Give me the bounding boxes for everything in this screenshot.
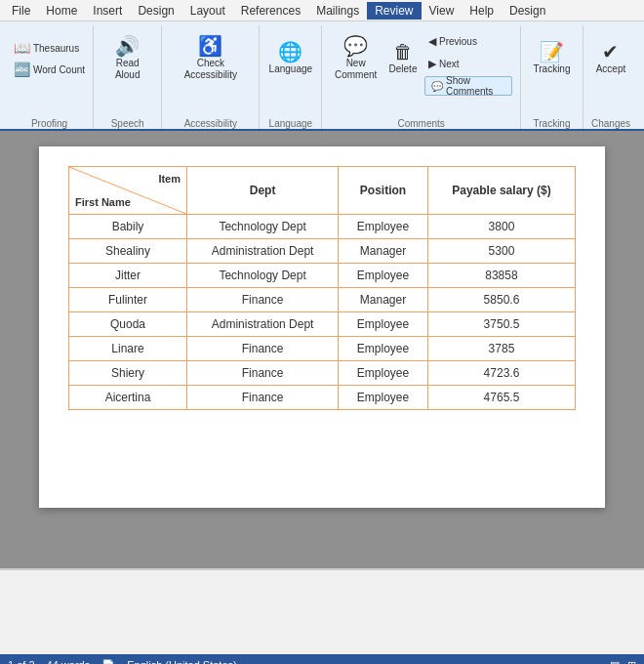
cell-name: Jitter [69,264,187,288]
table-row: ShieryFinanceEmployee4723.6 [69,361,576,386]
cell-dept: Finance [187,337,339,361]
menu-layout[interactable]: Layout [182,2,233,20]
page-indicator: 1 of 2 [8,659,35,664]
second-pane [0,568,644,654]
table-row: BabilyTechnology DeptEmployee3800 [69,215,576,239]
menu-mailings[interactable]: Mailings [308,2,367,20]
menu-home[interactable]: Home [38,2,85,20]
table-row: JitterTechnology DeptEmployee83858 [69,264,576,288]
tracking-icon: 📝 [540,42,564,62]
accessibility-group: ♿ Check Accessibility Accessibility [162,25,260,129]
cell-position: Employee [339,215,428,239]
tracking-label: Tracking [529,116,575,129]
changes-group-content: ✔ Accept [592,27,630,116]
data-table: Item First Name Dept Position Payable sa… [68,166,576,410]
menu-design2[interactable]: Design [502,2,553,20]
thesaurus-button[interactable]: 📖 Thesaurus [10,38,89,58]
previous-icon: ◀ [428,35,436,48]
cell-salary: 4765.5 [427,386,575,410]
menu-design[interactable]: Design [130,2,181,20]
cell-salary: 5300 [427,239,575,264]
changes-group: ✔ Accept Changes [584,25,638,129]
table-row: QuodaAdministration DeptEmployee3750.5 [69,312,576,337]
view-icon[interactable]: ⊞ [627,659,636,665]
header-dept: Dept [187,167,339,215]
accept-button[interactable]: ✔ Accept [592,27,630,90]
menu-bar: File Home Insert Design Layout Reference… [0,0,644,21]
cell-dept: Administration Dept [187,312,339,337]
new-comment-button[interactable]: 💬 New Comment [330,27,382,90]
cell-dept: Finance [187,386,339,410]
cell-name: Aicertina [69,386,187,410]
language-group-content: 🌐 Language [265,27,317,116]
table-row: LinareFinanceEmployee3785 [69,337,576,361]
speech-group-content: 🔊 Read Aloud [101,27,153,116]
word-count-icon: 🔤 [14,62,30,77]
menu-references[interactable]: References [233,2,308,20]
language-group: 🌐 Language Language [260,25,322,129]
next-icon: ▶ [428,58,436,70]
cell-dept: Finance [187,288,339,312]
proofing-group: 📖 Thesaurus 🔤 Word Count Proofing [6,25,94,129]
cell-dept: Finance [187,361,339,386]
language-status: English (United States) [127,659,237,664]
tracking-group-content: 📝 Tracking [530,27,575,116]
check-accessibility-button[interactable]: ♿ Check Accessibility [170,27,251,90]
cell-position: Employee [339,361,428,386]
delete-comment-button[interactable]: 🗑 Delete [385,27,421,90]
cell-salary: 83858 [427,264,575,288]
cell-salary: 3800 [427,215,575,239]
cell-position: Employee [339,337,428,361]
menu-file[interactable]: File [4,2,38,20]
layout-icon[interactable]: ▤ [610,659,620,665]
accept-icon: ✔ [602,42,619,62]
document-page[interactable]: Item First Name Dept Position Payable sa… [39,146,605,508]
cell-position: Employee [339,386,428,410]
read-aloud-icon: 🔊 [115,36,140,56]
menu-review[interactable]: Review [367,2,421,20]
language-button[interactable]: 🌐 Language [265,27,317,90]
cell-salary: 3785 [427,337,575,361]
accessibility-icon: ♿ [198,36,222,56]
word-count-button[interactable]: 🔤 Word Count [10,60,89,79]
status-bar: 1 of 2 44 words 📄 English (United States… [0,654,644,664]
menu-view[interactable]: View [422,2,463,20]
read-aloud-button[interactable]: 🔊 Read Aloud [101,27,153,90]
document-area: Item First Name Dept Position Payable sa… [0,131,644,568]
ribbon-content: 📖 Thesaurus 🔤 Word Count Proofing 🔊 Read… [0,21,644,129]
menu-insert[interactable]: Insert [85,2,130,20]
cell-position: Manager [339,239,428,264]
table-row: AicertinaFinanceEmployee4765.5 [69,386,576,410]
cell-name: Quoda [69,312,187,337]
cell-name: Linare [69,337,187,361]
status-bar-right: ▤ ⊞ [610,659,636,665]
next-button[interactable]: ▶ Next [424,54,512,73]
speech-label: Speech [101,116,153,129]
changes-label: Changes [591,116,630,129]
show-comments-button[interactable]: 💬 Show Comments [424,76,512,96]
document-icon: 📄 [101,659,115,665]
word-count-status: 44 words [47,659,91,664]
cell-position: Employee [339,264,428,288]
table-row: FulinterFinanceManager5850.6 [69,288,576,312]
comments-label: Comments [330,116,512,129]
previous-button[interactable]: ◀ Previous [424,31,512,51]
language-label: Language [267,116,313,129]
tracking-button[interactable]: 📝 Tracking [530,27,575,90]
cell-name: Babily [69,215,187,239]
diagonal-header: Item First Name [69,167,186,214]
header-position: Position [339,167,428,215]
table-row: ShealinyAdministration DeptManager5300 [69,239,576,264]
delete-icon: 🗑 [393,42,413,62]
cell-position: Employee [339,312,428,337]
ribbon: 📖 Thesaurus 🔤 Word Count Proofing 🔊 Read… [0,21,644,131]
menu-help[interactable]: Help [462,2,502,20]
tracking-group: 📝 Tracking Tracking [521,25,584,129]
accessibility-group-content: ♿ Check Accessibility [170,27,251,116]
cell-dept: Administration Dept [187,239,339,264]
show-comments-icon: 💬 [431,81,443,92]
header-item-firstname: Item First Name [69,167,187,215]
cell-dept: Technology Dept [187,215,339,239]
accessibility-label: Accessibility [170,116,251,129]
cell-name: Shealiny [69,239,187,264]
